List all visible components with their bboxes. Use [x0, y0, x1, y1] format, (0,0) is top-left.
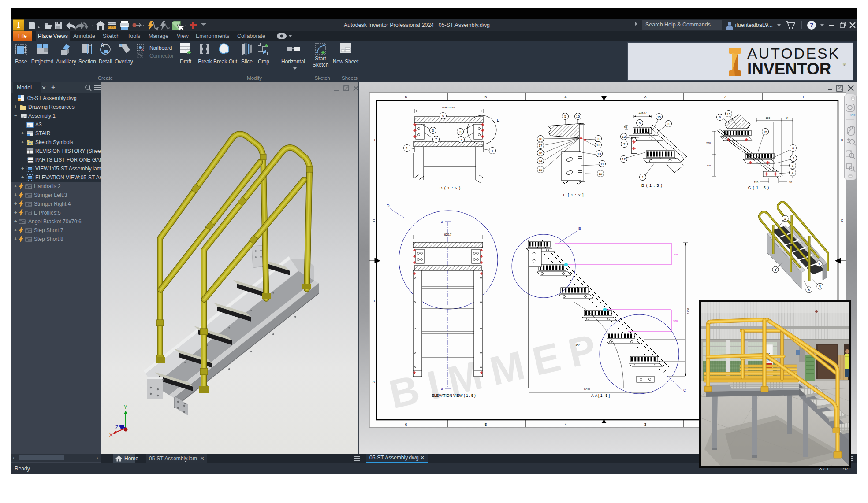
svg-text:12: 12: [622, 157, 626, 161]
svg-text:4: 4: [564, 422, 566, 427]
svg-text:2D: 2D: [850, 113, 856, 117]
svg-text:Break: Break: [198, 59, 212, 65]
svg-text:604.78.007: 604.78.007: [442, 106, 456, 109]
svg-text:Sketch: Sketch: [314, 75, 330, 81]
svg-text:®: ®: [843, 62, 846, 67]
svg-text:12: 12: [599, 172, 602, 176]
svg-text:A-A [ 1 : 5 ]: A-A [ 1 : 5 ]: [591, 393, 610, 398]
svg-text:B: B: [578, 226, 581, 231]
svg-text:1: 1: [492, 149, 493, 153]
svg-text:AUTODESK: AUTODESK: [747, 45, 840, 62]
svg-text:Create: Create: [98, 75, 113, 81]
svg-text:New Sheet: New Sheet: [333, 59, 359, 65]
svg-text:Nailboard: Nailboard: [149, 45, 172, 51]
svg-text:ELEVATION VIEW ( 1 : 5 ): ELEVATION VIEW ( 1 : 5 ): [432, 393, 476, 398]
svg-text:C: C: [373, 218, 375, 222]
svg-text:Connector: Connector: [149, 53, 174, 59]
svg-text:200: 200: [673, 320, 678, 322]
svg-text:®: ®: [834, 47, 837, 52]
svg-text:6: 6: [405, 422, 407, 427]
svg-text:1200: 1200: [584, 388, 590, 391]
svg-text:B: B: [373, 299, 375, 303]
svg-text:620,7: 620,7: [444, 233, 452, 236]
svg-text:64: 64: [786, 117, 789, 119]
svg-text:20: 20: [789, 181, 792, 184]
svg-text:120: 120: [754, 181, 759, 184]
svg-text:15: 15: [657, 115, 661, 119]
svg-text:Start: Start: [315, 55, 326, 62]
svg-text:13: 13: [597, 152, 601, 156]
svg-text:6: 6: [405, 95, 407, 99]
svg-text:1: 1: [642, 175, 644, 179]
svg-text:7: 7: [435, 137, 437, 141]
svg-text:Detail: Detail: [99, 59, 112, 65]
svg-text:1200: 1200: [687, 308, 689, 314]
svg-text:X: X: [109, 433, 113, 438]
svg-text:5: 5: [639, 121, 641, 125]
svg-text:4: 4: [819, 285, 821, 288]
svg-text:1: 1: [818, 262, 820, 266]
svg-text:Auxiliary: Auxiliary: [56, 59, 76, 65]
svg-text:11: 11: [600, 162, 604, 166]
svg-text:Section: Section: [78, 59, 96, 65]
svg-text:3: 3: [597, 137, 599, 141]
svg-text:45°: 45°: [576, 344, 580, 347]
svg-text:Overlay: Overlay: [115, 59, 133, 65]
svg-text:1: 1: [406, 146, 408, 150]
svg-text:4: 4: [792, 171, 793, 175]
svg-text:6: 6: [792, 146, 794, 150]
svg-text:Y: Y: [124, 404, 127, 410]
svg-text:15: 15: [764, 130, 767, 134]
svg-text:16: 16: [539, 151, 542, 155]
svg-text:3: 3: [644, 95, 646, 99]
svg-text:6: 6: [719, 115, 721, 119]
svg-text:B ( 1 : 5 ): B ( 1 : 5 ): [641, 183, 663, 188]
svg-text:Projected: Projected: [31, 59, 54, 65]
svg-text:228,47: 228,47: [639, 111, 647, 114]
svg-text:15: 15: [727, 112, 730, 116]
svg-text:Draft: Draft: [180, 59, 192, 65]
svg-text:D: D: [373, 138, 375, 142]
svg-text:C: C: [683, 388, 686, 392]
svg-text:5: 5: [442, 114, 444, 118]
svg-text:Modify: Modify: [247, 75, 262, 81]
svg-text:E: E: [497, 118, 499, 122]
svg-text:2: 2: [724, 95, 726, 99]
svg-text:3: 3: [459, 130, 461, 134]
svg-text:D: D: [387, 203, 390, 208]
svg-text:3: 3: [644, 422, 646, 427]
svg-text:200: 200: [673, 253, 678, 256]
svg-text:2: 2: [793, 156, 794, 160]
svg-text:15: 15: [576, 115, 580, 118]
svg-text:13: 13: [539, 168, 542, 172]
svg-text:17: 17: [539, 144, 542, 148]
svg-text:D: D: [841, 138, 843, 142]
svg-text:7: 7: [460, 138, 462, 142]
svg-text:1: 1: [775, 268, 776, 272]
svg-text:12: 12: [596, 143, 600, 147]
svg-text:C: C: [841, 218, 843, 222]
svg-text:A: A: [441, 387, 443, 391]
svg-text:3: 3: [667, 122, 669, 126]
svg-text:Break Out: Break Out: [213, 59, 238, 65]
svg-text:14: 14: [539, 159, 542, 163]
svg-text:A: A: [441, 220, 443, 224]
svg-text:E [ 1 : 2 ]: E [ 1 : 2 ]: [563, 193, 584, 197]
svg-text:Crop: Crop: [258, 59, 269, 65]
svg-text:Z: Z: [115, 425, 118, 430]
svg-text:Slice: Slice: [241, 59, 253, 65]
svg-text:5: 5: [484, 422, 487, 427]
svg-text:18: 18: [539, 137, 542, 141]
svg-text:Sketch: Sketch: [313, 62, 329, 68]
svg-text:INVENTOR: INVENTOR: [747, 60, 831, 78]
svg-text:200: 200: [766, 117, 771, 119]
svg-text:5: 5: [484, 95, 487, 99]
svg-text:D ( 1 : 5 ): D ( 1 : 5 ): [440, 186, 461, 190]
svg-text:5: 5: [564, 115, 566, 118]
svg-text:200: 200: [706, 164, 711, 167]
svg-text:12: 12: [622, 135, 626, 139]
svg-text:1: 1: [792, 164, 793, 168]
svg-text:C ( 1 : 5 ): C ( 1 : 5 ): [748, 185, 770, 190]
svg-text:3: 3: [432, 129, 434, 133]
svg-text:1: 1: [802, 95, 804, 99]
